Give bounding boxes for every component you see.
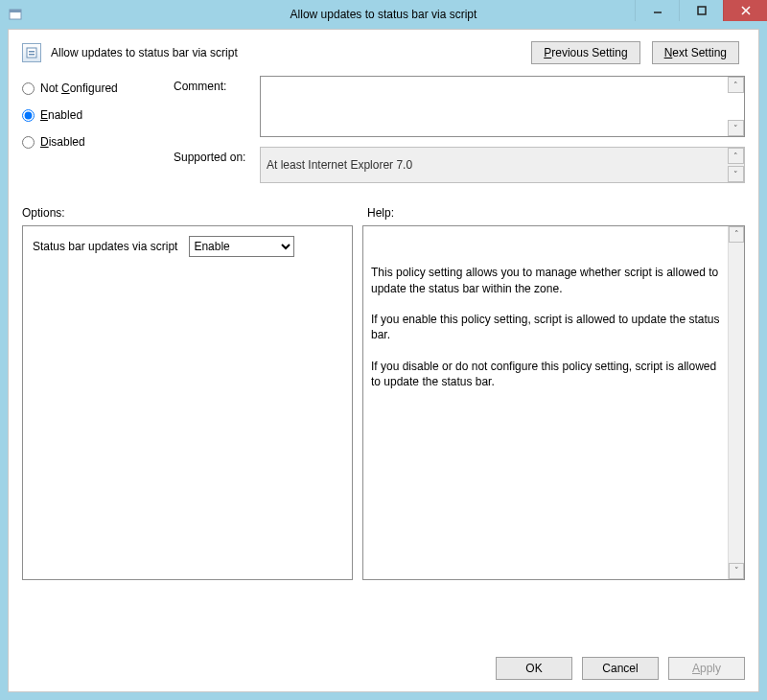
- close-button[interactable]: [723, 0, 767, 21]
- scroll-up-icon[interactable]: ˄: [728, 77, 744, 93]
- supported-on-value: At least Internet Explorer 7.0: [267, 158, 412, 172]
- svg-rect-7: [29, 51, 35, 53]
- minimize-button[interactable]: [635, 0, 679, 21]
- titlebar[interactable]: Allow updates to status bar via script: [0, 0, 767, 29]
- radio-not-configured-input[interactable]: [22, 82, 35, 95]
- radio-enabled[interactable]: Enabled: [22, 108, 156, 122]
- state-radio-group: Not Configured Enabled Disabled: [22, 76, 156, 193]
- svg-rect-6: [27, 48, 36, 58]
- supported-on-label: Supported on:: [174, 147, 260, 164]
- radio-not-configured[interactable]: Not Configured: [22, 82, 156, 95]
- svg-rect-1: [10, 10, 21, 12]
- svg-rect-3: [698, 7, 706, 14]
- supported-on-box: At least Internet Explorer 7.0 ˄ ˅: [260, 147, 745, 183]
- radio-enabled-input[interactable]: [22, 109, 35, 122]
- help-pane: This policy setting allows you to manage…: [362, 225, 745, 580]
- dialog-footer: OK Cancel Apply: [496, 657, 745, 680]
- maximize-button[interactable]: [679, 0, 723, 21]
- comment-textarea[interactable]: ˄ ˅: [260, 76, 745, 137]
- policy-title: Allow updates to status bar via script: [51, 46, 238, 59]
- comment-scrollbar[interactable]: ˄ ˅: [728, 77, 744, 136]
- help-text: This policy setting allows you to manage…: [371, 265, 723, 389]
- radio-disabled-input[interactable]: [22, 136, 35, 149]
- options-pane: Status bar updates via script Enable: [22, 225, 353, 580]
- help-section-label: Help:: [367, 206, 394, 220]
- supported-scrollbar[interactable]: ˄ ˅: [728, 148, 744, 182]
- app-icon: [8, 7, 23, 22]
- scroll-up-icon[interactable]: ˄: [728, 148, 744, 164]
- radio-disabled[interactable]: Disabled: [22, 135, 156, 149]
- ok-button[interactable]: OK: [496, 657, 572, 680]
- client-area: Allow updates to status bar via script P…: [8, 29, 759, 692]
- caption-buttons: [635, 0, 767, 21]
- policy-icon: [22, 43, 41, 62]
- options-section-label: Options:: [22, 206, 367, 220]
- scroll-down-icon[interactable]: ˅: [728, 120, 744, 136]
- svg-rect-8: [29, 54, 35, 56]
- scroll-down-icon[interactable]: ˅: [728, 166, 744, 182]
- scroll-down-icon[interactable]: ˅: [729, 563, 744, 579]
- next-setting-button[interactable]: Next Setting: [652, 41, 739, 64]
- help-scrollbar[interactable]: ˄ ˅: [728, 226, 744, 579]
- apply-button[interactable]: Apply: [668, 657, 745, 680]
- option-setting-label: Status bar updates via script: [33, 240, 177, 253]
- previous-setting-button[interactable]: Previous Setting: [531, 41, 639, 64]
- scroll-up-icon[interactable]: ˄: [729, 226, 744, 243]
- cancel-button[interactable]: Cancel: [582, 657, 659, 680]
- dialog-window: Allow updates to status bar via script: [0, 0, 767, 700]
- comment-label: Comment:: [174, 76, 260, 93]
- header-row: Allow updates to status bar via script P…: [9, 30, 758, 72]
- option-setting-select[interactable]: Enable: [189, 236, 294, 257]
